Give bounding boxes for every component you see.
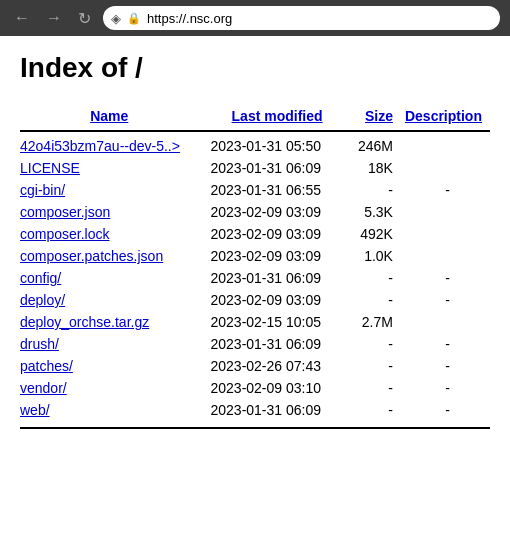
table-row: cgi-bin/2023-01-31 06:55-- [20, 179, 490, 201]
file-name-cell: 42o4i53bzm7au--dev-5..> [20, 131, 206, 157]
url-text: https://.nsc.org [147, 11, 492, 26]
file-link[interactable]: cgi-bin/ [20, 182, 65, 198]
file-size-cell: 492K [356, 223, 405, 245]
table-row: composer.lock2023-02-09 03:09492K [20, 223, 490, 245]
file-modified-cell: 2023-02-09 03:10 [206, 377, 355, 399]
file-size-cell: - [356, 267, 405, 289]
shield-icon: ◈ [111, 11, 121, 26]
table-row: patches/2023-02-26 07:43-- [20, 355, 490, 377]
file-link[interactable]: web/ [20, 402, 50, 418]
browser-bar: ← → ↻ ◈ 🔒 https://.nsc.org [0, 0, 510, 36]
table-row: composer.json2023-02-09 03:095.3K [20, 201, 490, 223]
file-modified-cell: 2023-01-31 06:09 [206, 333, 355, 355]
file-name-cell: web/ [20, 399, 206, 421]
file-link[interactable]: drush/ [20, 336, 59, 352]
file-name-cell: deploy_orchse.tar.gz [20, 311, 206, 333]
table-row: 42o4i53bzm7au--dev-5..>2023-01-31 05:502… [20, 131, 490, 157]
file-desc-cell: - [405, 377, 490, 399]
table-row: deploy_orchse.tar.gz2023-02-15 10:052.7M [20, 311, 490, 333]
file-desc-cell [405, 201, 490, 223]
url-prefix: https:// [147, 11, 186, 26]
file-size-cell: - [356, 355, 405, 377]
file-name-cell: composer.patches.json [20, 245, 206, 267]
file-name-cell: LICENSE [20, 157, 206, 179]
table-row: web/2023-01-31 06:09-- [20, 399, 490, 421]
col-header-size[interactable]: Size [356, 104, 405, 131]
back-button[interactable]: ← [10, 7, 34, 29]
page-content: Index of / Name Last modified Size Descr… [0, 36, 510, 449]
table-header-row: Name Last modified Size Description [20, 104, 490, 131]
file-desc-cell: - [405, 399, 490, 421]
forward-button[interactable]: → [42, 7, 66, 29]
file-name-cell: config/ [20, 267, 206, 289]
file-modified-cell: 2023-02-15 10:05 [206, 311, 355, 333]
file-desc-cell [405, 223, 490, 245]
file-size-cell: - [356, 179, 405, 201]
file-size-cell: 5.3K [356, 201, 405, 223]
file-link[interactable]: composer.lock [20, 226, 109, 242]
url-suffix: .nsc.org [186, 11, 232, 26]
file-size-cell: - [356, 399, 405, 421]
file-desc-cell: - [405, 355, 490, 377]
col-header-name[interactable]: Name [20, 104, 206, 131]
file-desc-cell [405, 157, 490, 179]
file-desc-cell [405, 311, 490, 333]
reload-button[interactable]: ↻ [74, 7, 95, 30]
file-modified-cell: 2023-02-09 03:09 [206, 289, 355, 311]
file-size-cell: - [356, 289, 405, 311]
file-name-cell: drush/ [20, 333, 206, 355]
file-size-cell: 1.0K [356, 245, 405, 267]
file-desc-cell [405, 245, 490, 267]
file-link[interactable]: 42o4i53bzm7au--dev-5..> [20, 138, 180, 154]
file-name-cell: deploy/ [20, 289, 206, 311]
file-desc-cell: - [405, 179, 490, 201]
file-size-cell: 18K [356, 157, 405, 179]
table-row: drush/2023-01-31 06:09-- [20, 333, 490, 355]
file-name-cell: patches/ [20, 355, 206, 377]
file-link[interactable]: patches/ [20, 358, 73, 374]
table-row: config/2023-01-31 06:09-- [20, 267, 490, 289]
col-header-description[interactable]: Description [405, 104, 490, 131]
file-modified-cell: 2023-02-09 03:09 [206, 245, 355, 267]
address-bar[interactable]: ◈ 🔒 https://.nsc.org [103, 6, 500, 30]
table-row: vendor/2023-02-09 03:10-- [20, 377, 490, 399]
table-row: composer.patches.json2023-02-09 03:091.0… [20, 245, 490, 267]
table-row: deploy/2023-02-09 03:09-- [20, 289, 490, 311]
file-modified-cell: 2023-02-26 07:43 [206, 355, 355, 377]
file-link[interactable]: vendor/ [20, 380, 67, 396]
file-size-cell: 2.7M [356, 311, 405, 333]
bottom-divider [20, 427, 490, 433]
col-header-modified[interactable]: Last modified [206, 104, 355, 131]
file-size-cell: - [356, 333, 405, 355]
file-link[interactable]: composer.json [20, 204, 110, 220]
file-name-cell: cgi-bin/ [20, 179, 206, 201]
file-link[interactable]: composer.patches.json [20, 248, 163, 264]
file-modified-cell: 2023-01-31 06:09 [206, 157, 355, 179]
file-table: Name Last modified Size Description 42o4… [20, 104, 490, 421]
file-link[interactable]: LICENSE [20, 160, 80, 176]
file-size-cell: 246M [356, 131, 405, 157]
file-desc-cell: - [405, 333, 490, 355]
table-row: LICENSE2023-01-31 06:0918K [20, 157, 490, 179]
file-link[interactable]: deploy/ [20, 292, 65, 308]
file-desc-cell: - [405, 289, 490, 311]
file-name-cell: composer.lock [20, 223, 206, 245]
file-modified-cell: 2023-01-31 06:09 [206, 399, 355, 421]
file-name-cell: vendor/ [20, 377, 206, 399]
file-desc-cell [405, 131, 490, 157]
file-modified-cell: 2023-01-31 05:50 [206, 131, 355, 157]
file-modified-cell: 2023-01-31 06:55 [206, 179, 355, 201]
file-modified-cell: 2023-02-09 03:09 [206, 201, 355, 223]
file-name-cell: composer.json [20, 201, 206, 223]
page-title: Index of / [20, 52, 490, 84]
file-size-cell: - [356, 377, 405, 399]
file-link[interactable]: config/ [20, 270, 61, 286]
lock-icon: 🔒 [127, 12, 141, 25]
file-link[interactable]: deploy_orchse.tar.gz [20, 314, 149, 330]
file-modified-cell: 2023-01-31 06:09 [206, 267, 355, 289]
file-desc-cell: - [405, 267, 490, 289]
file-modified-cell: 2023-02-09 03:09 [206, 223, 355, 245]
